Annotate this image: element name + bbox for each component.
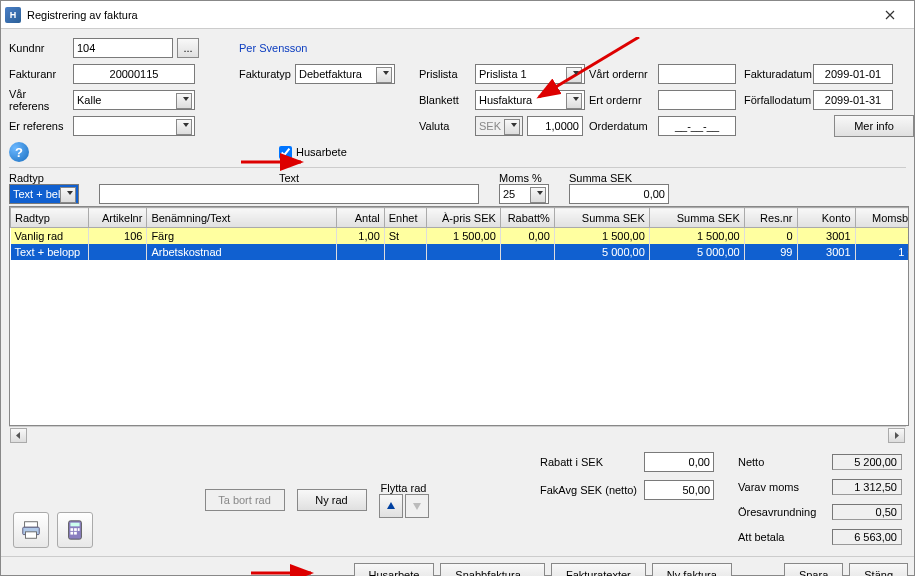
- orderdatum-input[interactable]: [658, 116, 736, 136]
- stang-button[interactable]: Stäng: [849, 563, 908, 576]
- orderdatum-label: Orderdatum: [589, 120, 654, 132]
- fakturatyp-select[interactable]: Debetfaktura: [295, 64, 395, 84]
- blankett-label: Blankett: [419, 94, 471, 106]
- fakavg-input[interactable]: [644, 480, 714, 500]
- close-button[interactable]: [870, 1, 910, 29]
- table-row[interactable]: Vanlig rad106Färg1,00St1 500,000,001 500…: [11, 228, 910, 244]
- fakavg-label: FakAvg SEK (netto): [540, 484, 640, 496]
- print-button[interactable]: [13, 512, 49, 548]
- rabatt-input[interactable]: [644, 452, 714, 472]
- col-radtyp[interactable]: Radtyp: [11, 208, 89, 228]
- snabbfaktura-button[interactable]: Snabbfaktura...: [440, 563, 545, 576]
- moms-select[interactable]: 25: [499, 184, 549, 204]
- fakturadatum-input[interactable]: [813, 64, 893, 84]
- svg-rect-4: [26, 532, 37, 538]
- customer-name: Per Svensson: [239, 42, 307, 54]
- app-icon: H: [5, 7, 21, 23]
- radtyp-label: Radtyp: [9, 172, 79, 184]
- netto-value: 5 200,00: [832, 454, 902, 470]
- summa-input[interactable]: [569, 184, 669, 204]
- text-label: Text: [99, 172, 479, 184]
- table-row[interactable]: Text + beloppArbetskostnad5 000,005 000,…: [11, 244, 910, 260]
- summa-label: Summa SEK: [569, 172, 669, 184]
- var-ref-label: Vår referens: [9, 88, 69, 112]
- husarbete-label: Husarbete: [296, 146, 347, 158]
- vart-ordernr-label: Vårt ordernr: [589, 68, 654, 80]
- tabort-button: Ta bort rad: [205, 489, 285, 511]
- valuta-label: Valuta: [419, 120, 471, 132]
- attbetala-value: 6 563,00: [832, 529, 902, 545]
- lookup-customer-button[interactable]: ...: [177, 38, 199, 58]
- svg-rect-8: [74, 528, 77, 531]
- triangle-up-icon: [386, 501, 396, 511]
- help-icon[interactable]: ?: [9, 142, 29, 162]
- netto-label: Netto: [738, 456, 828, 468]
- scroll-right-button[interactable]: [888, 428, 905, 443]
- calculator-icon: [64, 519, 86, 541]
- er-ref-select[interactable]: [73, 116, 195, 136]
- col-konto[interactable]: Konto: [797, 208, 855, 228]
- col-rabatt[interactable]: Rabatt%: [500, 208, 554, 228]
- prislista-select[interactable]: Prislista 1: [475, 64, 585, 84]
- col-benamning[interactable]: Benämning/Text: [147, 208, 337, 228]
- col-summa2[interactable]: Summa SEK: [649, 208, 744, 228]
- flytta-label: Flytta rad: [381, 482, 427, 494]
- move-down-button: [405, 494, 429, 518]
- close-icon: [885, 10, 895, 20]
- ert-ordernr-label: Ert ordernr: [589, 94, 654, 106]
- col-summa1[interactable]: Summa SEK: [554, 208, 649, 228]
- col-resnr[interactable]: Res.nr: [744, 208, 797, 228]
- fakturanr-input[interactable]: [73, 64, 195, 84]
- svg-rect-6: [70, 523, 79, 527]
- col-enhet[interactable]: Enhet: [384, 208, 426, 228]
- merinfo-button[interactable]: Mer info: [834, 115, 914, 137]
- rabatt-label: Rabatt i SEK: [540, 456, 640, 468]
- fakturanr-label: Fakturanr: [9, 68, 69, 80]
- valuta-select: SEK: [475, 116, 523, 136]
- attbetala-label: Att betala: [738, 531, 828, 543]
- oresavrundning-label: Öresavrundning: [738, 506, 828, 518]
- fakturatexter-button[interactable]: Fakturatexter: [551, 563, 646, 576]
- col-apris[interactable]: À-pris SEK: [426, 208, 500, 228]
- oresavrundning-value: 0,50: [832, 504, 902, 520]
- printer-icon: [20, 519, 42, 541]
- prislista-label: Prislista: [419, 68, 471, 80]
- svg-rect-9: [78, 528, 80, 531]
- move-up-button[interactable]: [379, 494, 403, 518]
- var-ref-select[interactable]: Kalle: [73, 90, 195, 110]
- line-items-grid[interactable]: Radtyp Artikelnr Benämning/Text Antal En…: [9, 206, 909, 426]
- invoice-window: H Registrering av faktura Kundnr ... Fak…: [0, 0, 915, 576]
- valuta-rate-input[interactable]: [527, 116, 583, 136]
- kundnr-label: Kundnr: [9, 42, 69, 54]
- svg-rect-11: [74, 532, 77, 535]
- nyrad-button[interactable]: Ny rad: [297, 489, 367, 511]
- text-input[interactable]: [99, 184, 479, 204]
- kundnr-input[interactable]: [73, 38, 173, 58]
- radtyp-select[interactable]: Text + bel: [9, 184, 79, 204]
- nyfaktura-button[interactable]: Ny faktura: [652, 563, 732, 576]
- husarbete-checkbox[interactable]: [279, 146, 292, 159]
- col-moms[interactable]: Momsbelopp: [855, 208, 909, 228]
- er-ref-label: Er referens: [9, 120, 69, 132]
- titlebar: H Registrering av faktura: [1, 1, 914, 29]
- husarbete-button[interactable]: Husarbete: [354, 563, 435, 576]
- col-antal[interactable]: Antal: [337, 208, 384, 228]
- svg-rect-2: [25, 522, 38, 528]
- calculator-button[interactable]: [57, 512, 93, 548]
- forfallodatum-input[interactable]: [813, 90, 893, 110]
- window-title: Registrering av faktura: [27, 9, 870, 21]
- fakturatyp-label: Fakturatyp: [239, 68, 291, 80]
- vart-ordernr-input[interactable]: [658, 64, 736, 84]
- varavmoms-value: 1 312,50: [832, 479, 902, 495]
- arrow-annotation-icon: [251, 563, 321, 576]
- svg-rect-10: [70, 532, 73, 535]
- blankett-select[interactable]: Husfaktura: [475, 90, 585, 110]
- horizontal-scrollbar[interactable]: [9, 426, 906, 443]
- varavmoms-label: Varav moms: [738, 481, 828, 493]
- scroll-left-button[interactable]: [10, 428, 27, 443]
- triangle-down-icon: [412, 501, 422, 511]
- spara-button[interactable]: Spara: [784, 563, 843, 576]
- svg-rect-7: [70, 528, 73, 531]
- col-artikelnr[interactable]: Artikelnr: [89, 208, 147, 228]
- ert-ordernr-input[interactable]: [658, 90, 736, 110]
